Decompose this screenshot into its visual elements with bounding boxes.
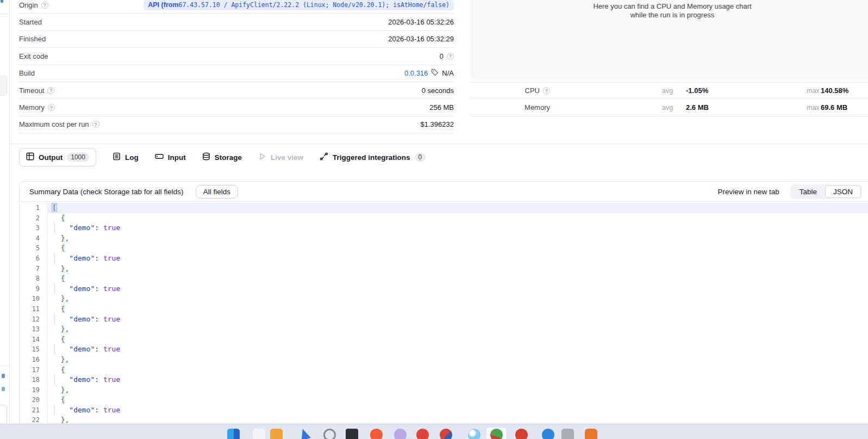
detail-value-text: 2026-03-16 05:32:26 [388, 18, 454, 26]
taskbar-app-icon-gray[interactable] [561, 429, 574, 439]
taskbar-app-icon-orange-circle[interactable] [370, 429, 383, 439]
editor-line: 5 { [20, 243, 868, 253]
taskbar-app-icon-green-red-circle[interactable] [490, 429, 503, 439]
detail-value-text: $1.396232 [421, 120, 454, 128]
tab-live-view: Live view [258, 152, 303, 162]
line-content: }, [48, 385, 868, 395]
tab-output[interactable]: Output1000 [19, 148, 96, 166]
json-editor[interactable]: 1[2 {3 "demo": true4 },5 {6 "demo": true… [20, 202, 868, 439]
output-title: Summary Data (check Storage tab for all … [29, 188, 184, 196]
detail-row-exit-code: Exit code0? [19, 48, 454, 65]
stat-max-key: max [807, 99, 820, 115]
stat-label-text: Memory [524, 103, 550, 112]
view-toggle: TableJSON [790, 184, 862, 199]
origin-badge: API (from 67.43.57.10 / ApifyClient/2.22… [143, 0, 454, 10]
input-icon [155, 152, 164, 162]
help-icon[interactable]: ? [48, 104, 55, 111]
detail-row-started: Started2026-03-16 05:32:26 [19, 14, 454, 30]
stat-label: Memory [470, 99, 550, 115]
tab-input[interactable]: Input [155, 152, 186, 162]
taskbar-app-icon-ring[interactable] [323, 429, 336, 439]
table-icon [26, 152, 34, 162]
line-number: 6 [20, 253, 48, 264]
line-content: }, [48, 355, 868, 365]
tag-icon [431, 69, 439, 78]
editor-line: 17 { [20, 365, 868, 375]
taskbar-app-icon-dark[interactable] [346, 429, 358, 439]
taskbar-app-icon-orange-dots[interactable] [585, 429, 597, 439]
line-content: }, [48, 264, 868, 274]
detail-row-finished: Finished2026-03-16 05:32:29 [19, 31, 454, 48]
taskbar-app-icon-red-blue-circle[interactable] [440, 429, 452, 439]
integrations-icon [320, 152, 328, 162]
detail-value: 2026-03-16 05:32:29 [388, 35, 454, 43]
line-number: 8 [20, 274, 48, 284]
rail-logo-sliver [1, 0, 3, 3]
rail-item-icon[interactable] [2, 374, 5, 378]
editor-line: 14 { [20, 335, 868, 345]
build-tag-value: N/A [442, 69, 454, 77]
tab-label: Input [168, 153, 186, 162]
view-option-table[interactable]: Table [791, 186, 825, 198]
taskbar-app-icon-red-circle[interactable] [416, 429, 429, 439]
editor-line: 16 }, [20, 355, 868, 365]
run-details-table: Origin?API (from 67.43.57.10 / ApifyClie… [19, 0, 454, 133]
line-number: 21 [20, 405, 48, 416]
detail-row-build: Build0.0.316N/A [19, 65, 454, 82]
view-option-json[interactable]: JSON [825, 186, 861, 198]
line-content: "demo": true [48, 223, 868, 233]
editor-line: 15 "demo": true [20, 344, 868, 355]
line-content: { [48, 304, 868, 314]
line-number: 12 [20, 314, 48, 325]
help-icon[interactable]: ? [543, 87, 550, 94]
detail-label-text: Origin [19, 1, 38, 9]
tab-label: Output [39, 153, 63, 162]
left-rail [0, 0, 10, 424]
stat-avg-key: avg [662, 99, 673, 115]
detail-row-timeout: Timeout?0 seconds [19, 82, 454, 99]
detail-row-memory: Memory?256 MB [19, 99, 454, 116]
line-number: 20 [20, 395, 48, 405]
line-number: 5 [20, 243, 48, 253]
taskbar-app-icon-split-blue[interactable] [227, 429, 240, 439]
editor-line: 10 }, [20, 294, 868, 304]
stat-row-memory: Memoryavg2.6 MBmax69.6 MB [470, 99, 868, 116]
output-header: Summary Data (check Storage tab for all … [20, 182, 868, 202]
line-content: { [48, 365, 868, 375]
preview-in-new-tab-link[interactable]: Preview in new tab [717, 188, 779, 196]
taskbar-app-icon-tri[interactable] [298, 428, 310, 439]
detail-label: Build [19, 69, 35, 77]
stat-max-value: 140.58% [821, 83, 848, 98]
detail-label: Origin? [19, 1, 48, 9]
tab-triggered-integrations[interactable]: Triggered integrations0 [320, 152, 426, 162]
line-content: }, [48, 233, 868, 244]
taskbar-app-icon-lavender-circle[interactable] [394, 429, 407, 439]
editor-line: 13 }, [20, 324, 868, 335]
help-icon[interactable]: ? [41, 2, 48, 9]
indent-guide [54, 223, 55, 233]
taskbar-app-icon-lightblue-circle[interactable] [468, 429, 480, 439]
build-version-link[interactable]: 0.0.316 [404, 69, 428, 77]
tab-log[interactable]: Log [113, 152, 139, 162]
editor-line: 2 { [20, 213, 868, 224]
line-content: { [48, 335, 868, 345]
stat-row-cpu: CPU?avg-1.05%max140.58% [470, 82, 868, 99]
help-icon[interactable]: ? [92, 121, 99, 128]
stat-avg-value: 2.6 MB [686, 99, 709, 115]
help-icon[interactable]: ? [447, 53, 454, 60]
tab-storage[interactable]: Storage [202, 152, 242, 162]
help-icon[interactable]: ? [47, 87, 54, 94]
taskbar-app-icon-red-circle2[interactable] [515, 429, 528, 439]
line-number: 10 [20, 294, 48, 304]
editor-line: 4 }, [20, 233, 868, 244]
tab-badge: 1000 [67, 153, 89, 162]
detail-value-text: 256 MB [429, 103, 454, 112]
taskbar-app-icon-amber[interactable] [270, 429, 283, 439]
rail-button-sliver[interactable] [0, 75, 7, 96]
taskbar-app-icon-white[interactable] [253, 429, 265, 439]
rail-item-icon[interactable] [2, 387, 5, 391]
all-fields-button[interactable]: All fields [196, 185, 238, 199]
editor-line: 21 "demo": true [20, 405, 868, 416]
taskbar-app-icon-blue-circle[interactable] [542, 429, 554, 439]
tab-label: Storage [215, 153, 242, 162]
